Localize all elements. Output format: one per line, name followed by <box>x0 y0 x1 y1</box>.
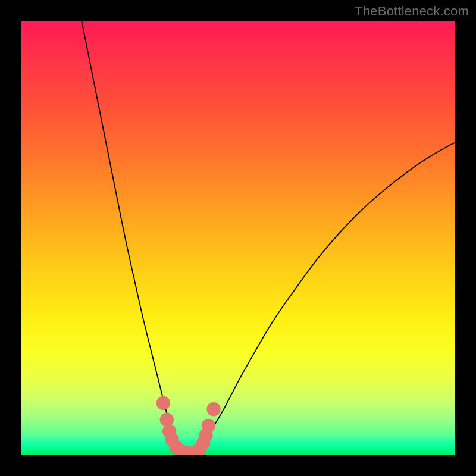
marker-dot <box>206 402 220 416</box>
marker-dot <box>160 412 174 426</box>
marker-dots <box>156 396 221 455</box>
marker-dot <box>156 396 170 410</box>
curve-paths <box>82 21 455 454</box>
plot-area <box>21 21 455 455</box>
watermark-text: TheBottleneck.com <box>355 4 469 19</box>
curve-overlay <box>21 21 455 455</box>
series-left-curve <box>82 21 181 451</box>
chart-frame: TheBottleneck.com <box>0 0 476 476</box>
series-right-curve <box>195 142 455 450</box>
marker-dot <box>202 419 215 433</box>
